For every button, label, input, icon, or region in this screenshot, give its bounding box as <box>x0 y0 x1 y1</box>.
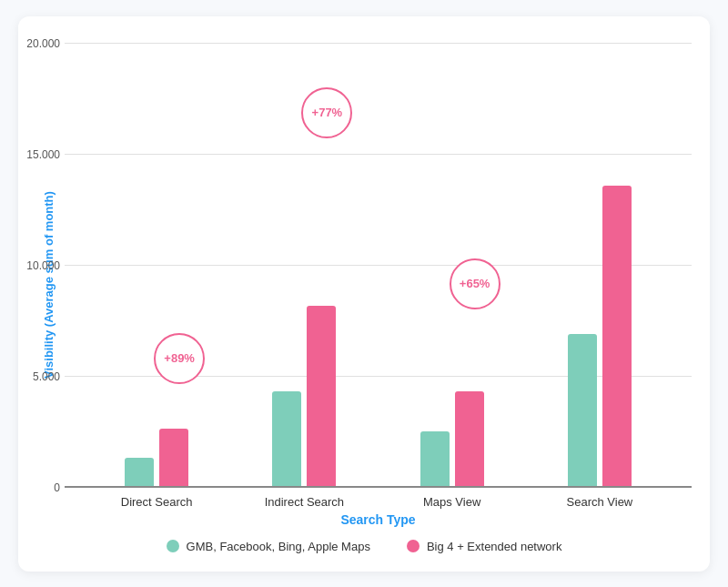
bars-row: +65% <box>420 391 484 488</box>
legend-dot <box>407 540 420 552</box>
bar-green <box>420 431 450 488</box>
legend-item: Big 4 + Extended network <box>407 540 562 553</box>
bar-red <box>307 306 336 488</box>
y-axis-label: Visibility (Average sum of month) <box>36 44 56 527</box>
legend: GMB, Facebook, Bing, Apple MapsBig 4 + E… <box>36 527 692 553</box>
legend-item: GMB, Facebook, Bing, Apple Maps <box>167 540 370 553</box>
percentage-badge: +65% <box>450 258 500 309</box>
percentage-badge: +89% <box>154 333 205 384</box>
bar-green <box>272 391 301 488</box>
y-axis-tick-label: 15.000 <box>15 148 60 161</box>
y-axis-tick-label: 20.000 <box>15 37 60 50</box>
grid-and-bars: 20.00015.00010.0005.0000 +89%+77%+65%+91… <box>65 44 692 488</box>
x-axis-tick-label: Search View <box>554 495 645 509</box>
chart-container: Visibility (Average sum of month) 20.000… <box>18 16 710 572</box>
percentage-badge: +77% <box>301 87 352 138</box>
bars-row: +77% <box>272 306 336 488</box>
x-axis-title: Search Type <box>65 512 692 527</box>
bars-row: +89% <box>125 429 188 488</box>
bar-red <box>159 429 188 488</box>
legend-label: GMB, Facebook, Bing, Apple Maps <box>187 540 370 553</box>
bar-group: +89% <box>125 429 188 488</box>
bars-row: +91% <box>568 186 632 488</box>
bar-red <box>455 391 484 488</box>
bar-green <box>125 458 154 488</box>
bar-group: +77% <box>272 306 336 488</box>
legend-dot <box>167 540 179 552</box>
chart-inner: 20.00015.00010.0005.0000 +89%+77%+65%+91… <box>56 44 692 527</box>
bar-group: +91% <box>568 186 632 488</box>
x-axis-tick-label: Maps View <box>407 495 498 509</box>
x-axis-labels: Direct SearchIndirect SearchMaps ViewSea… <box>65 488 692 509</box>
x-axis-tick-label: Indirect Search <box>258 495 349 509</box>
y-axis-tick-label: 0 <box>15 481 60 494</box>
bar-group: +65% <box>420 391 484 488</box>
x-axis-tick-label: Direct Search <box>111 495 202 509</box>
chart-area: Visibility (Average sum of month) 20.000… <box>36 44 692 527</box>
legend-label: Big 4 + Extended network <box>427 540 562 553</box>
bar-green <box>568 334 597 488</box>
y-axis-tick-label: 10.000 <box>15 259 60 272</box>
y-axis-tick-label: 5.000 <box>15 370 60 383</box>
bar-red <box>602 186 632 488</box>
baseline <box>65 486 692 488</box>
